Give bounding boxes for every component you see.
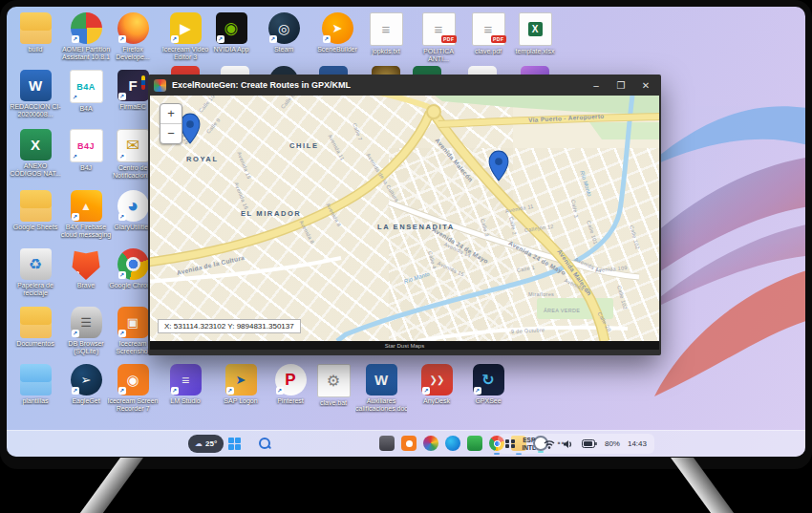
- desktop-icon-label: SceneBuilder: [311, 46, 363, 53]
- search-icon[interactable]: [259, 438, 270, 449]
- app-icon: W: [366, 364, 397, 395]
- app-icon: ▶: [170, 12, 202, 44]
- monitor-screen: build AOMEI Partition Assistant 10.8.1 F…: [7, 7, 805, 457]
- desktop-icon-txt-file[interactable]: ≡ jopkds.txt: [360, 12, 412, 55]
- desktop-icon-b4a[interactable]: B4A B4A: [60, 70, 112, 113]
- desktop-icon-firefox-developer[interactable]: Firefox Develope...: [107, 12, 159, 62]
- battery-icon[interactable]: [582, 439, 597, 448]
- desktop-icon-label: Auxiliares calificaciones.docx: [355, 397, 407, 414]
- language-indicator[interactable]: ESP INTL: [523, 437, 536, 450]
- map-attribution: Star Dust Maps: [150, 341, 659, 350]
- cursor-coordinates-readout: X: 531114.323102 Y: 9894831.350137: [158, 319, 301, 333]
- desktop-icon-label: AnyDesk: [411, 397, 462, 405]
- desktop-icon-label: Icecream Video Editor 3: [160, 46, 211, 62]
- wifi-icon[interactable]: [544, 439, 555, 449]
- taskbar-app-icecream[interactable]: [401, 436, 417, 451]
- taskbar-app-edge[interactable]: [445, 436, 460, 451]
- desktop-icon-label: Documentos: [10, 340, 61, 348]
- desktop-icon-google-sheets-folder[interactable]: Google Sheets: [10, 190, 61, 231]
- desktop-icon-label: LM Studio: [160, 397, 211, 405]
- weather-temp: 25°: [205, 439, 217, 448]
- desktop-icon-label: DB Browser (SQLite): [60, 340, 112, 356]
- desktop-icon-label: POLITICA ANTI...: [413, 48, 464, 64]
- app-icon: ◎: [268, 12, 300, 44]
- desktop-icon-label: Papelera de reciclaje: [10, 282, 61, 298]
- map-pin-marker[interactable]: [488, 150, 509, 185]
- app-icon: B4A: [70, 70, 103, 103]
- desktop-icon-documentos[interactable]: Documentos: [10, 307, 61, 348]
- desktop-icon-label: Steam: [258, 46, 310, 53]
- desktop-icon-eagleget[interactable]: ➢ EagleGet: [60, 364, 112, 405]
- desktop-icon-db-browser[interactable]: ☰ DB Browser (SQLite): [60, 307, 112, 356]
- desktop-icon-b4j[interactable]: B4J B4J: [60, 129, 112, 172]
- app-icon: P: [275, 364, 307, 395]
- app-window-icon: [154, 79, 166, 92]
- desktop-icon-label: jopkds.txt: [360, 48, 412, 55]
- window-title: ExcelRouteGen: Create Routes in GPX/KML: [172, 80, 581, 90]
- taskbar-app-photos[interactable]: [423, 436, 438, 451]
- map-district-label: CHILE: [289, 141, 319, 150]
- app-icon: ➤: [322, 12, 353, 44]
- desktop-icon-nvidia-app[interactable]: ◉ NVIDIA App: [205, 12, 257, 53]
- desktop-icon-brave[interactable]: Brave: [60, 248, 112, 289]
- desktop-icon-lm-studio[interactable]: ≡ LM Studio: [160, 364, 211, 405]
- desktop-icon-recycle-bin[interactable]: ♻ Papelera de reciclaje: [10, 248, 61, 298]
- app-icon: X: [20, 129, 52, 160]
- map-street-label: Miraflores: [528, 291, 554, 297]
- app-icon: ≡: [472, 12, 505, 46]
- battery-percent: 80%: [605, 439, 620, 448]
- close-button[interactable]: ✕: [636, 80, 655, 91]
- app-icon: ☰: [71, 307, 102, 338]
- map-canvas[interactable]: ROYALCHILEEL MIRADORLA ENSENADITA Calle …: [150, 96, 659, 341]
- desktop-icon-label: Google Sheets: [10, 224, 61, 231]
- taskbar-app-green[interactable]: [467, 436, 482, 451]
- clock[interactable]: 14:43: [628, 439, 647, 448]
- desktop-icon-label: B4J: [60, 164, 112, 172]
- app-icon: ≡: [170, 364, 202, 395]
- desktop-icon-label: REDACCIÓN CI-20200608...: [10, 103, 61, 119]
- desktop-icon-build[interactable]: build: [10, 12, 61, 53]
- desktop-icon-anydesk[interactable]: ❯❯ AnyDesk: [411, 364, 462, 405]
- zoom-in-button[interactable]: +: [160, 104, 182, 123]
- desktop-icon-steam[interactable]: ◎ Steam: [258, 12, 310, 53]
- desktop-icon-label: B4A: [60, 105, 112, 113]
- app-icon: [20, 12, 52, 44]
- desktop-icon-template-xlsx[interactable]: X template.xlsx: [509, 12, 561, 55]
- desktop-icon-label: clave.pdf: [462, 48, 514, 55]
- desktop-icon-gpxsee[interactable]: ↻ GPXSee: [462, 364, 514, 405]
- desktop-icon-redaccion-doc[interactable]: W REDACCIÓN CI-20200608...: [10, 70, 61, 119]
- desktop-icon-aomei[interactable]: AOMEI Partition Assistant 10.8.1: [60, 12, 112, 62]
- minimize-button[interactable]: –: [587, 80, 606, 91]
- map-pin-marker[interactable]: [180, 113, 201, 148]
- maximize-button[interactable]: ❐: [611, 80, 630, 91]
- desktop-icon-label: clave.bat: [308, 399, 359, 407]
- app-icon: ↻: [473, 364, 504, 395]
- desktop-icon-clave-bat[interactable]: ⚙ clave.bat: [308, 364, 359, 407]
- map-district-label: ROYAL: [186, 155, 219, 163]
- desktop-icon-icecream-recorder[interactable]: ◉ Icecream Screen Recorder 7: [107, 364, 159, 414]
- desktop-icon-auxiliares-doc[interactable]: W Auxiliares calificaciones.docx: [355, 364, 407, 414]
- app-icon: ♻: [20, 248, 52, 280]
- app-icon: ➢: [71, 364, 102, 395]
- desktop-icon-anexo-xls[interactable]: X ANEXO CÓDIGOS NAT...: [10, 129, 61, 179]
- desktop-icon-label: SAP Logon: [215, 397, 267, 405]
- app-icon: [118, 248, 149, 280]
- app-icon: X: [519, 12, 552, 46]
- desktop-icon-scenebuilder[interactable]: ➤ SceneBuilder: [311, 12, 363, 53]
- desktop-icon-plantillas[interactable]: plantillas: [10, 364, 61, 405]
- desktop-icon-icecream-video-editor[interactable]: ▶ Icecream Video Editor 3: [160, 12, 211, 62]
- hidden-icons-button[interactable]: [505, 439, 515, 449]
- weather-widget[interactable]: ☁ 25°: [188, 435, 224, 453]
- desktop-icon-sap-logon[interactable]: ➤ SAP Logon: [215, 364, 267, 405]
- cloud-icon: ☁: [195, 439, 203, 448]
- window-titlebar[interactable]: ExcelRouteGen: Create Routes in GPX/KML …: [148, 75, 661, 96]
- desktop-icon-clave-pdf[interactable]: ≡ clave.pdf: [462, 12, 514, 55]
- desktop-icon-politica-pdf[interactable]: ≡ POLITICA ANTI...: [413, 12, 464, 64]
- zoom-out-button[interactable]: −: [160, 123, 182, 143]
- volume-icon[interactable]: [563, 439, 574, 449]
- app-icon: ❯❯: [421, 364, 453, 395]
- taskbar-app-window[interactable]: [379, 436, 395, 451]
- start-button[interactable]: [228, 438, 241, 450]
- desktop-icon-b4x-firebase[interactable]: ▲ B4X Firebase cloud messaging: [60, 190, 112, 240]
- app-icon: ✉: [117, 129, 150, 162]
